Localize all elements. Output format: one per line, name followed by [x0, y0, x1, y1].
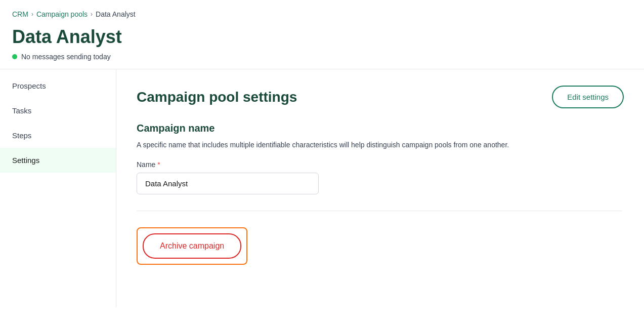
breadcrumb-current: Data Analyst [96, 10, 136, 18]
top-section: CRM › Campaign pools › Data Analyst Data… [0, 0, 644, 69]
sidebar-item-prospects[interactable]: Prospects [0, 73, 116, 98]
divider [137, 211, 622, 211]
campaign-name-title: Campaign name [137, 123, 624, 134]
sidebar-item-tasks[interactable]: Tasks [0, 98, 116, 123]
sidebar: Prospects Tasks Steps Settings [0, 69, 116, 307]
name-field-label: Name * [137, 160, 624, 169]
section-title: Campaign pool settings [137, 89, 297, 105]
status-text: No messages sending today [21, 53, 111, 61]
edit-settings-button[interactable]: Edit settings [552, 86, 624, 108]
archive-campaign-button[interactable]: Archive campaign [143, 233, 241, 259]
breadcrumb-crm-link[interactable]: CRM [12, 10, 28, 18]
content-area: Campaign pool settings Edit settings Cam… [116, 69, 644, 307]
breadcrumb-campaign-pools-link[interactable]: Campaign pools [36, 10, 88, 18]
breadcrumb-separator-1: › [31, 11, 33, 18]
archive-button-highlight: Archive campaign [137, 227, 247, 265]
campaign-name-input[interactable] [137, 173, 319, 194]
status-dot-icon [12, 54, 17, 59]
section-header: Campaign pool settings Edit settings [137, 86, 624, 108]
status-row: No messages sending today [12, 53, 632, 61]
breadcrumb-separator-2: › [91, 11, 93, 18]
campaign-name-section: Campaign name A specific name that inclu… [137, 123, 624, 194]
campaign-name-description: A specific name that includes multiple i… [137, 139, 592, 150]
archive-section: Archive campaign [137, 227, 624, 265]
required-star: * [157, 160, 160, 169]
breadcrumb: CRM › Campaign pools › Data Analyst [12, 10, 632, 18]
page-title: Data Analyst [12, 26, 632, 48]
main-layout: Prospects Tasks Steps Settings Campaign … [0, 69, 644, 307]
sidebar-item-settings[interactable]: Settings [0, 148, 116, 173]
sidebar-item-steps[interactable]: Steps [0, 123, 116, 148]
